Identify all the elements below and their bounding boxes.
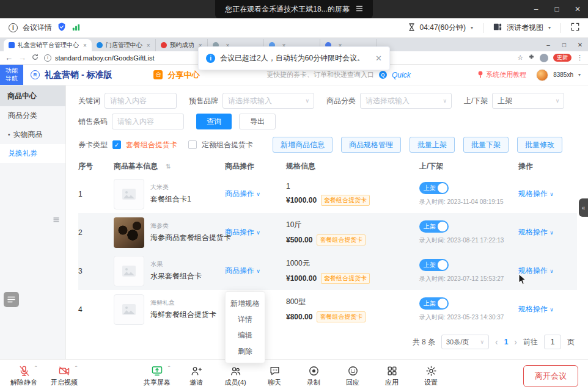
floating-panel-toggle[interactable] (4, 292, 19, 307)
meeting-detail-label[interactable]: 会议详情 (23, 23, 52, 33)
browser-back-icon[interactable]: ← (5, 54, 13, 62)
site-info-icon[interactable]: i (44, 54, 51, 62)
browser-menu-icon[interactable]: ⋮ (576, 54, 583, 61)
meeting-info-icon[interactable]: i (9, 23, 18, 32)
checkbox-combo-card[interactable]: ✓ (112, 140, 121, 149)
tutorial-label[interactable]: 系统使用教程 (486, 70, 526, 79)
mic-options-caret-icon[interactable]: ⌃ (34, 365, 38, 371)
product-operation-dropdown[interactable]: 商品操作 ∨ (225, 266, 260, 275)
browser-forward-icon[interactable]: → (18, 54, 26, 62)
spec-operation-dropdown[interactable]: 规格操作 ∨ (518, 266, 554, 275)
view-mode-caret-icon[interactable]: ▾ (548, 25, 551, 31)
view-mode-label[interactable]: 演讲者视图 (507, 23, 543, 33)
shelf-toggle[interactable]: 上架 (419, 259, 449, 271)
members-button[interactable]: 成员(4) (221, 365, 249, 387)
browser-profile-avatar[interactable] (540, 54, 548, 62)
share-options-caret-icon[interactable]: ⌃ (167, 365, 171, 371)
user-caret-icon[interactable]: ▾ (578, 72, 581, 78)
add-product-button[interactable]: 新增商品信息 (273, 137, 333, 153)
browser-update-badge[interactable]: 更新 (553, 54, 571, 62)
brand-select[interactable]: 请选择或输入 ∨ (222, 93, 314, 109)
minimize-button[interactable]: – (526, 0, 546, 18)
reaction-button[interactable]: 回应 (339, 365, 367, 387)
product-operation-dropdown[interactable]: 商品操作 ∨ (225, 189, 260, 198)
sidebar-section-title[interactable]: 商品中心 (0, 85, 65, 106)
browser-tab-active[interactable]: 礼盒营销平台管理中心 × (4, 39, 92, 51)
quick-search-icon[interactable]: Q (379, 71, 387, 79)
sidebar-item-physical-goods[interactable]: • 实物商品 (0, 125, 65, 144)
function-nav-tile[interactable]: 功能 导航 (0, 65, 23, 85)
security-shield-icon[interactable] (57, 22, 67, 34)
keyword-input[interactable] (105, 93, 177, 109)
menu-item-detail[interactable]: 详情 (226, 311, 265, 327)
toast-close-icon[interactable]: ✕ (375, 54, 382, 63)
table-row[interactable]: 2 海参类 海参商品套餐组合提货卡 商品操作 ∨ 10斤 (78, 213, 577, 252)
sidebar-item-goods-category[interactable]: 商品分类 (0, 106, 65, 125)
goto-page-input[interactable] (544, 335, 561, 349)
browser-tab[interactable]: 门店管理中心 × (92, 39, 156, 51)
product-operation-dropdown[interactable]: 商品操作 ∨ (225, 228, 260, 236)
barcode-input[interactable] (112, 114, 184, 129)
invite-button[interactable]: 邀请 (182, 365, 210, 387)
browser-refresh-icon[interactable] (32, 54, 39, 62)
network-signal-icon[interactable] (72, 22, 81, 34)
user-avatar[interactable] (536, 69, 548, 81)
browser-close-button[interactable]: ✕ (572, 38, 588, 51)
browser-maximize-button[interactable]: □ (556, 38, 572, 51)
fullscreen-icon[interactable] (571, 23, 579, 34)
page-size-select[interactable]: 30条/页 ∨ (441, 335, 489, 349)
menu-item-edit[interactable]: 编辑 (226, 327, 265, 343)
share-center-icon[interactable]: 合 (153, 70, 163, 79)
menu-item-add-spec[interactable]: 新增规格 (226, 296, 265, 311)
tab-close-icon[interactable]: × (83, 42, 87, 49)
sidebar-item-gift-voucher[interactable]: 兑换礼券 (0, 144, 65, 163)
current-page[interactable]: 1 (504, 338, 509, 346)
search-button[interactable]: 查询 (196, 114, 232, 129)
shelf-toggle[interactable]: 上架 (419, 297, 449, 310)
tab-close-icon[interactable]: × (147, 42, 150, 49)
url-text[interactable]: standard.maboy.cn/GoodsGiftList (55, 54, 154, 62)
spec-manage-button[interactable]: 商品规格管理 (341, 137, 401, 153)
timer-caret-icon[interactable]: ▾ (471, 25, 473, 31)
table-row[interactable]: 4 海鲜礼盒 海鲜套餐组合提货卡 商品操作 ∨ 800型 (78, 290, 577, 328)
table-row[interactable]: 1 大米类 套餐组合卡1 商品操作 ∨ 1 (78, 175, 577, 213)
quick-label[interactable]: Quick (392, 71, 411, 79)
sort-icon[interactable]: ⇅ (166, 163, 171, 170)
spec-operation-dropdown[interactable]: 规格操作 ∨ (518, 228, 554, 236)
close-button[interactable]: ✕ (567, 0, 588, 18)
table-row[interactable]: 3 水果 水果套餐组合卡 商品操作 ∨ 新增规格 (78, 252, 577, 290)
spec-operation-dropdown[interactable]: 规格操作 ∨ (518, 305, 554, 313)
next-page-icon[interactable]: › (514, 338, 517, 346)
batch-off-shelf-button[interactable]: 批量下架 (463, 137, 509, 153)
unmute-button[interactable]: 解除静音 ⌃ (10, 365, 38, 387)
maximize-button[interactable]: □ (546, 0, 567, 18)
share-banner-menu-icon[interactable] (356, 5, 363, 13)
start-video-button[interactable]: 开启视频 ⌃ (50, 365, 78, 387)
browser-minimize-button[interactable]: – (540, 38, 556, 51)
shelf-toggle[interactable]: 上架 (419, 220, 449, 233)
record-button[interactable]: 录制 (300, 365, 328, 387)
settings-button[interactable]: 设置 (417, 365, 445, 387)
share-center-label[interactable]: 分享中心 (167, 70, 199, 81)
combo-card-label[interactable]: 套餐组合提货卡 (126, 140, 177, 150)
batch-on-shelf-button[interactable]: 批量上架 (410, 137, 455, 153)
spec-operation-dropdown[interactable]: 规格操作 ∨ (518, 189, 554, 198)
checkbox-fixed-card[interactable] (188, 140, 197, 149)
chat-button[interactable]: 聊天 (260, 365, 288, 387)
bookmark-star-icon[interactable]: ☆ (517, 54, 523, 61)
export-button[interactable]: 导出 (239, 114, 276, 129)
prev-page-icon[interactable]: ‹ (495, 338, 498, 346)
category-select[interactable]: 请选择或输入 ∨ (360, 93, 452, 109)
username[interactable]: 8385xh (553, 71, 573, 78)
shelf-toggle[interactable]: 上架 (419, 182, 449, 194)
sidebar-resize-handle[interactable] (53, 215, 60, 226)
right-panel-collapse-handle[interactable]: « (579, 198, 588, 217)
batch-edit-button[interactable]: 批量修改 (517, 137, 562, 153)
tutorial-group[interactable]: 系统使用教程 (477, 70, 526, 81)
extensions-icon[interactable] (528, 54, 535, 62)
fixed-card-label[interactable]: 定额组合提货卡 (202, 140, 253, 150)
leave-meeting-button[interactable]: 离开会议 (523, 365, 578, 387)
shelf-select[interactable]: 上架 ∨ (492, 93, 564, 109)
video-options-caret-icon[interactable]: ⌃ (74, 365, 78, 371)
apps-button[interactable]: 应用 (378, 365, 406, 387)
